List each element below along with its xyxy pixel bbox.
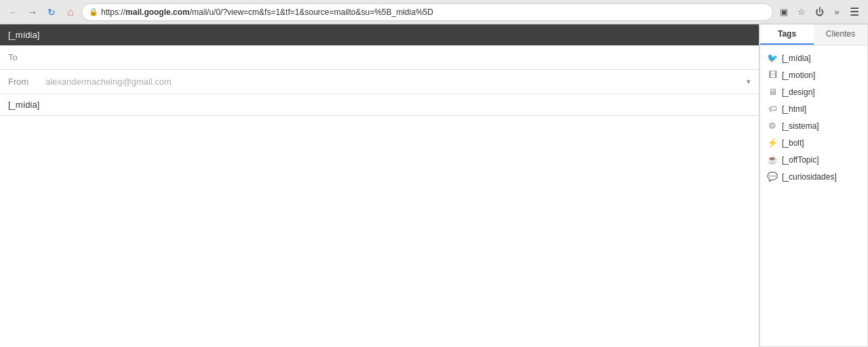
tag-icon: 🎞 — [767, 70, 778, 80]
tag-label: [_motion] — [782, 70, 815, 80]
tag-item[interactable]: ⚡[_bolt] — [760, 134, 867, 151]
tag-label: [_design] — [782, 87, 815, 97]
tag-item[interactable]: 🎞[_motion] — [760, 66, 867, 83]
power-button[interactable]: ⏻ — [811, 4, 827, 20]
from-dropdown-arrow[interactable]: ▾ — [747, 77, 751, 86]
url-path: /mail/u/0/?view=cm&fs=1&tf=1&source=mail… — [190, 7, 433, 17]
to-field-row: To — [0, 45, 759, 70]
tag-item[interactable]: 💬[_curiosidades] — [760, 168, 867, 185]
url-domain: mail.google.com — [125, 7, 190, 17]
panel-tabs: Tags Clientes — [760, 24, 867, 45]
subject-input[interactable] — [8, 100, 751, 110]
tab-clients[interactable]: Clientes — [814, 24, 867, 45]
tag-label: [_curiosidades] — [782, 172, 837, 182]
tag-label: [_bolt] — [782, 138, 804, 148]
browser-actions: ▣ ☆ ⏻ » ☰ — [776, 4, 863, 20]
tag-icon: ☕ — [767, 155, 778, 165]
url-prefix: https:// — [101, 7, 125, 17]
tag-icon: 🐦 — [767, 53, 778, 63]
tag-item[interactable]: ⚙[_sistema] — [760, 117, 867, 134]
refresh-button[interactable]: ↻ — [43, 4, 60, 20]
tag-label: [_mídia] — [782, 54, 811, 63]
tag-icon: 💬 — [767, 171, 778, 182]
tag-item[interactable]: 🖥[_design] — [760, 83, 867, 100]
tag-label: [_sistema] — [782, 121, 819, 131]
address-bar[interactable]: 🔒 https://mail.google.com/mail/u/0/?view… — [81, 3, 773, 21]
tag-icon: 🏷 — [767, 104, 778, 114]
body-area[interactable] — [0, 116, 759, 347]
subject-bar: [_mídia] — [0, 24, 759, 45]
chrome-menu-button[interactable]: ☰ — [846, 4, 863, 20]
subject-field-row — [0, 94, 759, 116]
tag-item[interactable]: 🏷[_html] — [760, 100, 867, 117]
url-display: https://mail.google.com/mail/u/0/?view=c… — [101, 7, 433, 17]
from-field-row: From alexandermacheing@gmail.com ▾ — [0, 70, 759, 94]
tag-item[interactable]: ☕[_offTopic] — [760, 151, 867, 168]
sidebar-panel: Tags Clientes 🐦[_mídia]🎞[_motion]🖥[_desi… — [760, 24, 868, 347]
from-label: From — [8, 77, 45, 87]
email-compose: [_mídia] To From alexandermacheing@gmail… — [0, 24, 760, 347]
tag-item[interactable]: 🐦[_mídia] — [760, 49, 867, 66]
tag-label: [_html] — [782, 104, 806, 114]
tab-tags[interactable]: Tags — [760, 24, 814, 45]
tag-icon: 🖥 — [767, 87, 778, 97]
bookmark-button[interactable]: ☆ — [793, 4, 810, 20]
extend-button[interactable]: » — [829, 4, 845, 20]
tag-label: [_offTopic] — [782, 155, 818, 165]
main-area: [_mídia] To From alexandermacheing@gmail… — [0, 24, 868, 347]
lock-icon: 🔒 — [89, 7, 98, 16]
forward-button[interactable]: → — [24, 4, 41, 20]
back-button[interactable]: ← — [5, 4, 22, 20]
tag-list: 🐦[_mídia]🎞[_motion]🖥[_design]🏷[_html]⚙[_… — [760, 45, 867, 189]
home-button[interactable]: ⌂ — [62, 4, 79, 20]
to-input[interactable] — [45, 52, 751, 62]
subject-bar-text: [_mídia] — [8, 30, 39, 40]
from-value: alexandermacheing@gmail.com — [45, 77, 747, 87]
to-label: To — [8, 52, 45, 62]
browser-chrome: ← → ↻ ⌂ 🔒 https://mail.google.com/mail/u… — [0, 0, 868, 24]
window-button[interactable]: ▣ — [776, 4, 792, 20]
tag-icon: ⚙ — [767, 121, 778, 131]
tag-icon: ⚡ — [767, 138, 778, 148]
